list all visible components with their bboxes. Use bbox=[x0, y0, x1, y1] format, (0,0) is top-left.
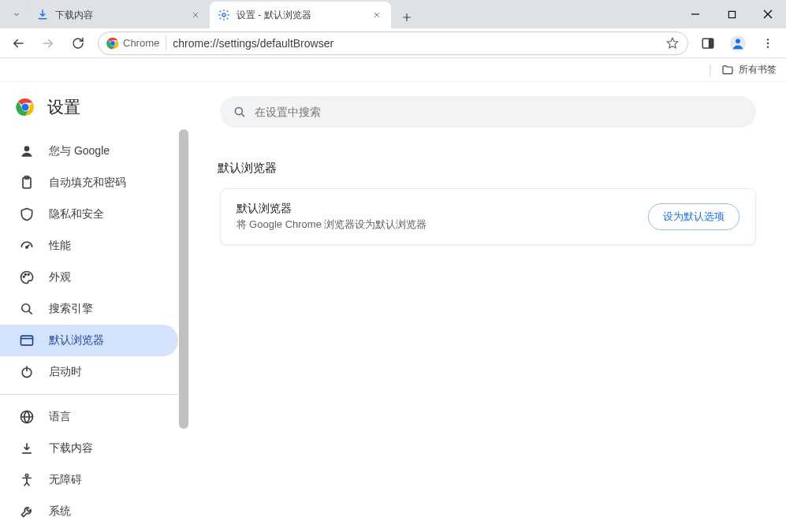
minimize-icon bbox=[691, 9, 700, 19]
close-window-button[interactable] bbox=[750, 0, 786, 28]
tab-search-button[interactable] bbox=[5, 0, 28, 28]
svg-point-20 bbox=[22, 304, 30, 312]
close-icon[interactable] bbox=[371, 9, 383, 21]
sidebar-item-performance[interactable]: 性能 bbox=[0, 230, 178, 262]
tab-downloads[interactable]: 下载内容 bbox=[28, 2, 210, 28]
maximize-icon bbox=[728, 10, 736, 19]
sidebar-item-privacy[interactable]: 隐私和安全 bbox=[0, 199, 178, 230]
download-icon bbox=[19, 441, 35, 456]
page-title: 设置 bbox=[47, 96, 80, 118]
all-bookmarks-button[interactable]: 所有书签 bbox=[721, 63, 777, 76]
svg-point-13 bbox=[24, 146, 30, 151]
search-icon bbox=[233, 105, 247, 119]
svg-point-24 bbox=[25, 474, 28, 477]
power-icon bbox=[19, 364, 35, 380]
svg-point-9 bbox=[767, 42, 769, 43]
bookmarks-bar: | 所有书签 bbox=[0, 58, 786, 82]
gear-icon bbox=[218, 9, 230, 21]
star-icon bbox=[665, 36, 680, 50]
sidebar-item-search-engine[interactable]: 搜索引擎 bbox=[0, 293, 178, 325]
url-text: chrome://settings/defaultBrowser bbox=[173, 37, 333, 50]
card-text: 默认浏览器 将 Google Chrome 浏览器设为默认浏览器 bbox=[237, 202, 427, 232]
sidebar-item-label: 您与 Google bbox=[49, 144, 110, 158]
scrollbar[interactable] bbox=[178, 129, 189, 532]
sidebar-item-label: 语言 bbox=[49, 410, 71, 424]
speedometer-icon bbox=[19, 238, 35, 254]
side-panel-icon bbox=[701, 36, 715, 50]
svg-point-16 bbox=[26, 247, 28, 248]
settings-main: 默认浏览器 默认浏览器 将 Google Chrome 浏览器设为默认浏览器 设… bbox=[189, 82, 786, 532]
settings-search[interactable] bbox=[220, 96, 756, 128]
svg-point-0 bbox=[222, 13, 225, 17]
omnibox[interactable]: Chrome chrome://settings/defaultBrowser bbox=[98, 32, 688, 55]
scrollbar-thumb[interactable] bbox=[179, 129, 188, 429]
svg-point-10 bbox=[767, 46, 769, 47]
nav-list: 您与 Google 自动填充和密码 隐私和安全 性能 外观 搜索引擎 bbox=[0, 136, 189, 527]
svg-point-25 bbox=[235, 107, 242, 114]
sidebar-item-label: 外观 bbox=[49, 270, 71, 285]
new-tab-button[interactable] bbox=[396, 6, 418, 28]
section-title: 默认浏览器 bbox=[218, 161, 754, 176]
chrome-icon bbox=[106, 37, 119, 50]
toolbar: Chrome chrome://settings/defaultBrowser bbox=[0, 28, 786, 58]
wrench-icon bbox=[19, 504, 35, 519]
sidebar-item-you-and-google[interactable]: 您与 Google bbox=[0, 136, 178, 167]
sidebar-item-label: 系统 bbox=[49, 504, 71, 519]
kebab-icon bbox=[762, 37, 774, 50]
svg-rect-21 bbox=[21, 336, 33, 345]
maximize-button[interactable] bbox=[713, 0, 750, 28]
sidebar-item-label: 启动时 bbox=[49, 365, 82, 379]
svg-rect-5 bbox=[709, 39, 713, 48]
window-controls bbox=[677, 0, 786, 28]
minimize-button[interactable] bbox=[677, 0, 713, 28]
svg-point-19 bbox=[28, 273, 29, 275]
site-info-chip[interactable]: Chrome bbox=[106, 35, 166, 51]
svg-point-7 bbox=[736, 39, 740, 43]
search-input[interactable] bbox=[255, 106, 743, 118]
sidebar-item-accessibility[interactable]: 无障碍 bbox=[0, 464, 178, 496]
svg-point-12 bbox=[22, 104, 29, 111]
svg-point-18 bbox=[25, 273, 27, 275]
sidebar-item-label: 默认浏览器 bbox=[49, 333, 104, 348]
bookmark-star-button[interactable] bbox=[665, 36, 680, 50]
divider: | bbox=[709, 63, 712, 77]
sidebar-item-languages[interactable]: 语言 bbox=[0, 401, 178, 433]
profile-button[interactable] bbox=[725, 30, 751, 57]
tab-title: 下载内容 bbox=[55, 9, 183, 22]
forward-button[interactable] bbox=[35, 30, 61, 57]
settings-brand: 设置 bbox=[0, 96, 189, 136]
sidebar-item-appearance[interactable]: 外观 bbox=[0, 262, 178, 293]
download-icon bbox=[36, 9, 49, 21]
palette-icon bbox=[19, 270, 35, 285]
sidebar-item-system[interactable]: 系统 bbox=[0, 496, 178, 527]
side-panel-button[interactable] bbox=[695, 30, 721, 57]
sidebar-item-autofill[interactable]: 自动填充和密码 bbox=[0, 167, 178, 199]
divider bbox=[0, 394, 178, 395]
sidebar-item-label: 自动填充和密码 bbox=[49, 176, 126, 190]
browser-icon bbox=[19, 333, 35, 348]
reload-button[interactable] bbox=[65, 30, 91, 57]
sidebar-item-label: 下载内容 bbox=[49, 441, 93, 456]
sidebar-item-label: 隐私和安全 bbox=[49, 207, 104, 221]
arrow-right-icon bbox=[41, 36, 55, 50]
back-button[interactable] bbox=[5, 30, 32, 57]
sidebar-item-downloads[interactable]: 下载内容 bbox=[0, 433, 178, 464]
svg-rect-1 bbox=[728, 11, 735, 17]
folder-icon bbox=[721, 64, 734, 76]
svg-point-17 bbox=[23, 276, 24, 277]
clipboard-icon bbox=[19, 175, 35, 191]
close-icon[interactable] bbox=[189, 9, 202, 21]
chevron-down-icon bbox=[12, 9, 21, 19]
svg-point-3 bbox=[110, 41, 115, 46]
make-default-button[interactable]: 设为默认选项 bbox=[648, 203, 739, 230]
globe-icon bbox=[19, 409, 35, 425]
menu-button[interactable] bbox=[754, 30, 781, 57]
plus-icon bbox=[401, 12, 412, 23]
arrow-left-icon bbox=[11, 36, 25, 50]
shield-icon bbox=[19, 206, 35, 222]
sidebar-item-on-startup[interactable]: 启动时 bbox=[0, 356, 178, 388]
sidebar-item-default-browser[interactable]: 默认浏览器 bbox=[0, 325, 178, 356]
sidebar-item-label: 搜索引擎 bbox=[49, 302, 93, 316]
close-icon bbox=[763, 9, 773, 19]
tab-settings[interactable]: 设置 - 默认浏览器 bbox=[210, 2, 391, 28]
